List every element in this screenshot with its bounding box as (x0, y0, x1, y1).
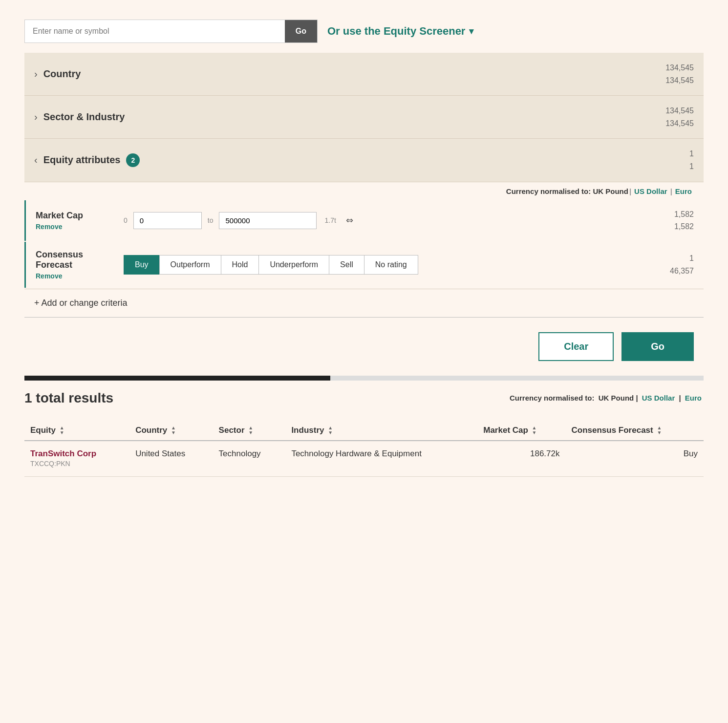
results-count: 1 total results (24, 390, 113, 406)
progress-bar-fill (24, 376, 330, 381)
market-cap-sort-icon[interactable]: ▲▼ (532, 425, 537, 435)
progress-bar-wrap (24, 376, 704, 381)
country-sort-icon[interactable]: ▲▼ (171, 425, 176, 435)
td-equity: TranSwitch Corp TXCCQ:PKN (24, 441, 129, 477)
td-industry: Technology Hardware & Equipment (285, 441, 477, 477)
equity-ticker: TXCCQ:PKN (30, 460, 70, 468)
forecast-underperform-button[interactable]: Underperform (258, 255, 329, 275)
th-industry[interactable]: Industry ▲▼ (285, 421, 477, 441)
equity-screener-label: Or use the Equity Screener (327, 25, 465, 38)
th-country[interactable]: Country ▲▼ (129, 421, 213, 441)
forecast-hold-button[interactable]: Hold (221, 255, 259, 275)
equity-attributes-filter-count: 1 1 (689, 148, 694, 172)
market-cap-remove-link[interactable]: Remove (36, 223, 124, 231)
sector-industry-filter-section[interactable]: › Sector & Industry 134,545 134,545 (24, 96, 704, 139)
forecast-buy-button[interactable]: Buy (124, 255, 160, 275)
market-cap-count: 1,582 1,582 (645, 208, 694, 233)
table-row: TranSwitch Corp TXCCQ:PKN United States … (24, 441, 704, 477)
chevron-down-icon: ▾ (469, 26, 473, 37)
market-cap-label: Market Cap (36, 211, 124, 221)
currency-bar: Currency normalised to: UK Pound | US Do… (24, 182, 704, 200)
forecast-outperform-button[interactable]: Outperform (159, 255, 221, 275)
equity-attributes-filter-section[interactable]: ‹ Equity attributes 2 1 1 (24, 139, 704, 182)
market-cap-controls: 0 to 1.7t ⇔ (124, 212, 645, 229)
clear-button[interactable]: Clear (538, 332, 614, 361)
market-cap-max-input[interactable] (219, 212, 317, 229)
action-row: Clear Go (24, 318, 704, 376)
euro-link[interactable]: Euro (675, 187, 692, 195)
sector-chevron-icon: › (34, 111, 38, 123)
country-filter-title: Country (43, 68, 81, 80)
search-row: Go Or use the Equity Screener ▾ (24, 20, 704, 43)
currency-label: Currency normalised to: (506, 187, 591, 195)
go-button[interactable]: Go (621, 332, 694, 361)
td-sector: Technology (213, 441, 286, 477)
industry-sort-icon[interactable]: ▲▼ (328, 425, 333, 435)
consensus-forecast-remove-link[interactable]: Remove (36, 272, 124, 280)
results-euro-link[interactable]: Euro (685, 394, 702, 402)
market-cap-row: Market Cap Remove 0 to 1.7t ⇔ 1,582 1,58… (24, 200, 704, 241)
forecast-button-group: Buy Outperform Hold Underperform Sell No… (124, 255, 418, 275)
country-filter-section[interactable]: › Country 134,545 134,545 (24, 53, 704, 96)
results-uk-pound: UK Pound (599, 394, 634, 402)
market-cap-max-label: 1.7t (324, 216, 336, 224)
consensus-sort-icon[interactable]: ▲▼ (657, 425, 662, 435)
results-sep1: | (636, 394, 640, 402)
results-table: Equity ▲▼ Country ▲▼ Sector ▲▼ Industry … (24, 421, 704, 477)
forecast-sell-button[interactable]: Sell (329, 255, 364, 275)
sector-industry-filter-count: 134,545 134,545 (665, 105, 694, 129)
results-header: 1 total results Currency normalised to: … (24, 390, 704, 406)
separator1: | (629, 187, 631, 195)
consensus-forecast-row: Consensus Forecast Remove Buy Outperform… (24, 242, 704, 288)
th-consensus-forecast[interactable]: Consensus Forecast ▲▼ (565, 421, 704, 441)
country-filter-count: 134,545 134,545 (665, 62, 694, 86)
add-criteria-label: + Add or change criteria (34, 298, 128, 308)
equity-attributes-filter-left: ‹ Equity attributes 2 (34, 153, 140, 167)
equity-attributes-badge: 2 (126, 153, 140, 167)
equity-screener-link[interactable]: Or use the Equity Screener ▾ (327, 25, 473, 38)
consensus-forecast-label: Consensus Forecast (36, 250, 124, 270)
td-market-cap: 186.72k (477, 441, 565, 477)
consensus-forecast-count: 1 46,357 (645, 252, 694, 277)
results-currency: Currency normalised to: UK Pound | US Do… (510, 394, 704, 402)
th-sector[interactable]: Sector ▲▼ (213, 421, 286, 441)
search-go-button[interactable]: Go (285, 20, 317, 43)
equity-attributes-chevron-icon: ‹ (34, 154, 38, 166)
add-criteria-row[interactable]: + Add or change criteria (24, 289, 704, 318)
criteria-area: Currency normalised to: UK Pound | US Do… (24, 182, 704, 289)
sector-industry-filter-title: Sector & Industry (43, 111, 125, 123)
sector-sort-icon[interactable]: ▲▼ (248, 425, 253, 435)
consensus-forecast-controls: Buy Outperform Hold Underperform Sell No… (124, 255, 645, 275)
us-dollar-link[interactable]: US Dollar (634, 187, 667, 195)
results-currency-label: Currency normalised to: (510, 394, 594, 402)
consensus-forecast-label-group: Consensus Forecast Remove (36, 250, 124, 280)
equity-sort-icon[interactable]: ▲▼ (60, 425, 64, 435)
results-sep2: | (679, 394, 683, 402)
equity-attributes-filter-title: Equity attributes (43, 154, 121, 166)
td-country: United States (129, 441, 213, 477)
country-chevron-icon: › (34, 68, 38, 80)
table-header-row: Equity ▲▼ Country ▲▼ Sector ▲▼ Industry … (24, 421, 704, 441)
sector-industry-filter-left: › Sector & Industry (34, 111, 125, 123)
equity-name-link[interactable]: TranSwitch Corp (30, 449, 124, 459)
forecast-no-rating-button[interactable]: No rating (364, 255, 418, 275)
market-cap-min-label: 0 (124, 216, 128, 224)
search-input[interactable] (25, 20, 285, 43)
uk-pound-label: UK Pound (593, 187, 628, 195)
range-to-label: to (208, 216, 214, 224)
market-cap-min-input[interactable] (133, 212, 202, 229)
market-cap-label-group: Market Cap Remove (36, 211, 124, 231)
results-us-dollar-link[interactable]: US Dollar (642, 394, 675, 402)
th-market-cap[interactable]: Market Cap ▲▼ (477, 421, 565, 441)
td-consensus-forecast: Buy (565, 441, 704, 477)
search-box: Go (24, 20, 318, 43)
separator2: | (670, 187, 672, 195)
swap-icon[interactable]: ⇔ (346, 215, 353, 226)
country-filter-left: › Country (34, 68, 81, 80)
th-equity[interactable]: Equity ▲▼ (24, 421, 129, 441)
